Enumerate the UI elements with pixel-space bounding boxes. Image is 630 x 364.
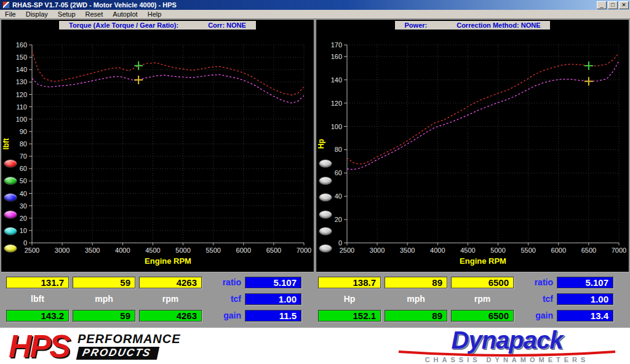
channel-button[interactable] — [319, 227, 332, 235]
menu-autoplot[interactable]: Autoplot — [113, 10, 137, 18]
charts-row: Torque (Axle Torque / Gear Ratio): Corr:… — [0, 19, 630, 272]
torque-chart-title: Torque (Axle Torque / Gear Ratio): — [69, 22, 178, 29]
menu-file[interactable]: File — [5, 10, 16, 18]
channel-button[interactable] — [319, 176, 332, 185]
power-gain-value: 13.4 — [557, 310, 613, 322]
torque-corr-label: Corr: NONE — [208, 22, 246, 29]
torque-chart-header: Torque (Axle Torque / Gear Ratio): Corr:… — [1, 20, 314, 30]
svg-text:170: 170 — [331, 41, 342, 49]
channel-button[interactable] — [4, 176, 17, 185]
power-chart[interactable]: 2500300035004000450050005500600065007000… — [316, 30, 629, 272]
menu-setup[interactable]: Setup — [58, 10, 76, 18]
svg-text:6000: 6000 — [551, 247, 566, 254]
svg-text:110: 110 — [16, 103, 27, 111]
torque-rpm-unit: rpm — [139, 293, 202, 305]
power-channel-buttons — [319, 159, 335, 264]
dynapack-subtitle: CHASSIS DYNAMOMETERS — [425, 356, 589, 363]
channel-button[interactable] — [319, 244, 332, 253]
svg-text:3500: 3500 — [400, 247, 415, 254]
menu-help[interactable]: Help — [148, 10, 162, 18]
torque-ratio-label: ratio — [205, 277, 241, 288]
torque-tcf-value: 1.00 — [245, 293, 301, 305]
svg-text:2500: 2500 — [340, 247, 354, 254]
svg-text:6500: 6500 — [581, 247, 596, 254]
power-rpm-unit: rpm — [451, 293, 514, 305]
menu-display[interactable]: Display — [26, 10, 48, 18]
corrected-power — [347, 53, 619, 164]
channel-button[interactable] — [319, 159, 332, 168]
svg-text:60: 60 — [335, 169, 342, 176]
svg-text:5000: 5000 — [175, 247, 190, 254]
channel-button[interactable] — [4, 193, 17, 202]
power-gain-label: gain — [517, 310, 553, 322]
svg-text:7000: 7000 — [612, 247, 626, 254]
power-speed-value-2: 89 — [385, 310, 447, 322]
torque-cursor-value: 131.7 — [6, 277, 69, 288]
svg-text:4000: 4000 — [115, 247, 130, 254]
svg-text:20: 20 — [335, 216, 342, 223]
power-tcf-value: 1.00 — [557, 293, 613, 305]
titlebar[interactable]: RHAS-SP V1.7-05 (2WD - Motor Vehicle 400… — [0, 0, 630, 10]
torque-chart[interactable]: 2500300035004000450050005500600065007000… — [1, 30, 314, 272]
svg-text:4500: 4500 — [145, 247, 160, 254]
channel-button[interactable] — [4, 227, 17, 235]
torque-speed-value-2: 59 — [73, 310, 135, 322]
svg-text:140: 140 — [331, 76, 342, 84]
svg-text:5500: 5500 — [205, 247, 220, 254]
measured-power — [347, 61, 619, 170]
svg-text:100: 100 — [331, 123, 342, 130]
torque-speed-unit: mph — [73, 293, 135, 305]
menubar: File Display Setup Reset Autoplot Help — [0, 10, 630, 19]
torque-unit-label: lbft — [6, 293, 69, 305]
svg-text:20: 20 — [20, 215, 27, 222]
torque-chart-panel: Torque (Axle Torque / Gear Ratio): Corr:… — [1, 19, 314, 272]
close-button[interactable]: ✕ — [619, 1, 629, 9]
svg-text:4500: 4500 — [460, 247, 475, 254]
svg-text:130: 130 — [16, 78, 27, 85]
torque-rpm-value: 4263 — [139, 277, 202, 288]
svg-text:120: 120 — [16, 91, 27, 98]
channel-button[interactable] — [319, 210, 332, 219]
svg-text:3000: 3000 — [55, 247, 70, 254]
svg-text:6500: 6500 — [266, 247, 281, 254]
channel-button[interactable] — [4, 244, 17, 253]
power-chart-title: Power: — [405, 22, 428, 29]
x-axis-label: Engine RPM — [460, 256, 506, 266]
y-axis-label: lbft — [2, 138, 10, 150]
svg-text:50: 50 — [20, 177, 27, 184]
measured-torque — [32, 74, 304, 103]
window-title: RHAS-SP V1.7-05 (2WD - Motor Vehicle 400… — [12, 1, 597, 9]
hps-products-text: PRODUCTS — [76, 347, 160, 360]
svg-text:7000: 7000 — [297, 247, 311, 254]
maximize-button[interactable]: □ — [608, 1, 618, 9]
svg-text:6000: 6000 — [236, 247, 251, 254]
svg-text:2500: 2500 — [25, 247, 39, 254]
svg-text:70: 70 — [20, 152, 27, 160]
menu-reset[interactable]: Reset — [86, 10, 103, 18]
svg-text:120: 120 — [331, 100, 342, 107]
channel-button[interactable] — [4, 210, 17, 219]
svg-text:160: 160 — [331, 53, 342, 60]
app-window: RHAS-SP V1.7-05 (2WD - Motor Vehicle 400… — [0, 0, 630, 364]
minimize-button[interactable]: _ — [597, 1, 607, 9]
channel-button[interactable] — [319, 193, 332, 202]
svg-text:40: 40 — [335, 192, 342, 200]
logo-bar: HPS PERFORMANCE PRODUCTS Dynapack CHASSI… — [0, 328, 630, 364]
torque-readout-group: 131.7 lbft 143.2 59 mph 59 4263 rpm 4263… — [6, 277, 312, 323]
torque-gain-label: gain — [205, 310, 241, 322]
svg-text:4000: 4000 — [430, 247, 445, 254]
power-correction-label: Correction Method: NONE — [457, 22, 540, 29]
svg-text:160: 160 — [16, 41, 27, 49]
hps-logo: HPS PERFORMANCE PRODUCTS — [9, 330, 181, 362]
power-readout-group: 138.7 Hp 152.1 89 mph 89 6500 rpm 6500 r… — [318, 277, 624, 323]
svg-text:140: 140 — [16, 66, 27, 73]
svg-text:40: 40 — [20, 190, 27, 197]
torque-corrected-value: 143.2 — [6, 310, 69, 322]
svg-text:60: 60 — [20, 165, 27, 172]
channel-button[interactable] — [4, 159, 17, 168]
svg-text:80: 80 — [335, 146, 342, 153]
x-axis-label: Engine RPM — [145, 256, 191, 266]
power-rpm-value-2: 6500 — [451, 310, 514, 322]
torque-channel-buttons — [4, 159, 20, 264]
svg-text:10: 10 — [20, 227, 27, 234]
